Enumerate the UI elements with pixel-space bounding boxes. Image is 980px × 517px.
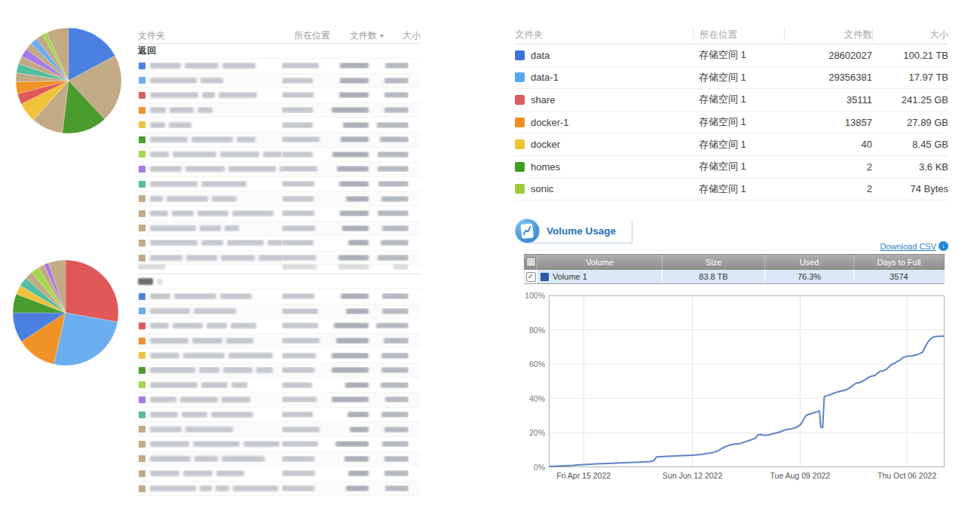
folder-name-blurred: [138, 293, 282, 300]
column-header-count[interactable]: 文件数▼: [341, 29, 384, 42]
folder-size-pie-chart-1[interactable]: [15, 27, 122, 134]
folder-size-blurred: [372, 293, 409, 299]
folder-row[interactable]: [138, 393, 421, 408]
pie-slice[interactable]: [66, 260, 118, 322]
select-all-checkbox[interactable]: [526, 257, 536, 267]
blurred-text-block: [384, 78, 409, 84]
folder-row[interactable]: [138, 452, 421, 467]
blurred-text-block: [282, 456, 314, 462]
column-header-size[interactable]: Size: [663, 255, 765, 269]
folder-count-blurred: [329, 293, 372, 299]
blurred-text-block: [174, 293, 216, 299]
column-header-size[interactable]: 大小: [872, 29, 948, 41]
table-row[interactable]: share存储空间 135111241.25 GB: [515, 89, 948, 112]
folder-location-blurred: [282, 136, 329, 142]
back-row-blurred[interactable]: [138, 274, 421, 289]
folder-table-header-row: 文件夹 所在位置 文件数 大小: [515, 26, 948, 44]
table-row[interactable]: sonic存储空间 1274 Bytes: [515, 179, 948, 201]
folder-count-blurred: [329, 441, 372, 447]
blurred-text-block: [282, 411, 313, 418]
column-header-folder[interactable]: 文件夹: [138, 29, 294, 42]
folder-size-blurred: [372, 382, 409, 388]
blurred-text-block: [282, 107, 313, 113]
column-header-count[interactable]: 文件数: [784, 29, 872, 41]
column-header-size[interactable]: 大小: [384, 29, 421, 42]
blurred-text-block: [150, 308, 190, 314]
table1-header-row: 文件夹 所在位置 文件数▼ 大小: [138, 29, 421, 44]
folder-row[interactable]: [138, 59, 421, 74]
folder-row[interactable]: [138, 162, 421, 177]
folder-row[interactable]: [138, 319, 421, 334]
blurred-text-block: [268, 240, 282, 246]
folder-name-blurred: [138, 441, 282, 448]
folder-row[interactable]: [138, 177, 421, 192]
folder-color-chip: [139, 77, 145, 84]
folder-size-pie-chart-2[interactable]: [12, 259, 119, 366]
folder-color-chip: [139, 396, 145, 403]
folder-name-blurred: [138, 225, 282, 231]
volume-usage-tab[interactable]: Volume Usage: [528, 220, 632, 243]
folder-size-blurred: [372, 136, 409, 142]
folder-name-blurred: [138, 151, 282, 158]
blurred-text-block: [231, 382, 247, 388]
shared-folder-table: 文件夹 所在位置 文件数 大小 data存储空间 128602027100.21…: [515, 26, 948, 200]
volume-row[interactable]: ✓ Volume 1 83.8 TB 76.3% 3574: [524, 270, 945, 284]
folder-row[interactable]: [138, 103, 421, 118]
folder-size: 27.89 GB: [872, 117, 948, 128]
column-header-volume[interactable]: Volume: [537, 255, 663, 269]
blurred-text-block: [282, 122, 313, 128]
column-header-count-label: 文件数: [350, 30, 377, 41]
back-row[interactable]: 返回: [138, 44, 421, 59]
folder-row[interactable]: [138, 74, 421, 89]
folder-row[interactable]: [138, 467, 421, 482]
column-header-folder[interactable]: 文件夹: [515, 29, 693, 41]
folder-row[interactable]: [138, 289, 421, 304]
column-header-location[interactable]: 所在位置: [294, 29, 341, 42]
folder-color-chip: [515, 72, 525, 82]
blurred-text-block: [232, 210, 274, 216]
blurred-text-block: [216, 470, 244, 476]
folder-row[interactable]: [138, 408, 421, 423]
folder-row[interactable]: [138, 206, 421, 222]
folder-name-cell: sonic: [515, 183, 693, 194]
column-header-used[interactable]: Used: [765, 255, 854, 269]
folder-row[interactable]: [138, 378, 421, 393]
sort-desc-icon: ▼: [379, 33, 384, 38]
folder-row[interactable]: [138, 148, 421, 163]
folder-row[interactable]: [138, 348, 421, 363]
folder-row[interactable]: [138, 437, 421, 452]
folder-name: sonic: [531, 183, 553, 194]
column-header-location[interactable]: 所在位置: [693, 29, 784, 41]
table-row[interactable]: data-1存储空间 12935638117.97 TB: [515, 67, 948, 90]
folder-row[interactable]: [138, 118, 421, 133]
folder-location-blurred: [282, 92, 329, 98]
folder-count: 40: [784, 139, 872, 150]
folder-row[interactable]: [138, 191, 421, 206]
folder-count-blurred: [329, 338, 372, 344]
blurred-text-block: [170, 107, 194, 113]
table-row[interactable]: homes存储空间 123.6 KB: [515, 156, 948, 179]
folder-row[interactable]: [138, 422, 421, 437]
folder-row[interactable]: [138, 133, 421, 148]
blurred-text-block: [173, 151, 216, 158]
blurred-text-block: [150, 181, 198, 187]
folder-name-blurred: [138, 411, 282, 418]
column-header-days-to-full[interactable]: Days to Full: [854, 255, 944, 269]
folder-row[interactable]: [138, 482, 421, 497]
download-csv-link[interactable]: Download CSV ↓: [880, 241, 948, 251]
blurred-text-block: [381, 411, 409, 418]
download-csv-label: Download CSV: [880, 242, 936, 251]
table-row[interactable]: docker-1存储空间 11385727.89 GB: [515, 112, 948, 134]
folder-row[interactable]: [138, 304, 421, 320]
folder-row[interactable]: [138, 236, 421, 251]
table1-rows: [138, 59, 421, 265]
table-row[interactable]: data存储空间 128602027100.21 TB: [515, 44, 948, 67]
folder-row[interactable]: [138, 334, 421, 349]
folder-row[interactable]: [138, 363, 421, 378]
folder-location-blurred: [282, 107, 329, 113]
table-row[interactable]: docker存储空间 1408.45 GB: [515, 133, 948, 156]
folder-row[interactable]: [138, 222, 421, 237]
volume-row-checkbox[interactable]: ✓: [526, 272, 536, 282]
blurred-text-block: [378, 151, 409, 158]
folder-row[interactable]: [138, 88, 421, 103]
